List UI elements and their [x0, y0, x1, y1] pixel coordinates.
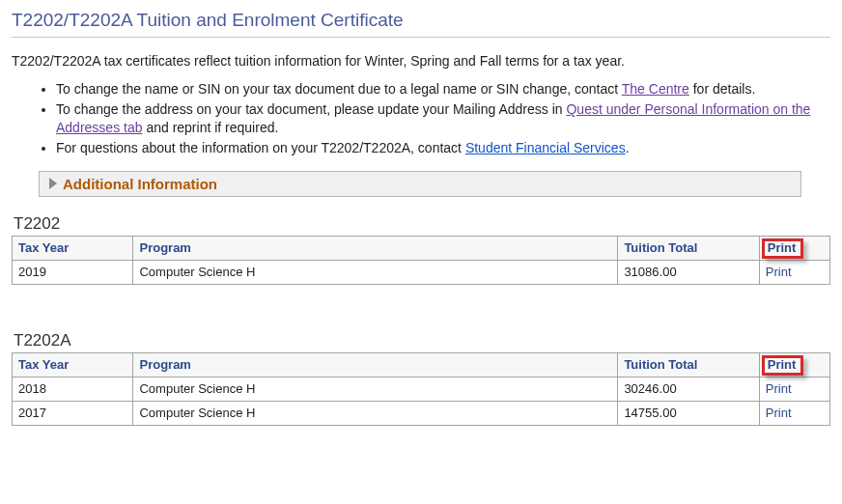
chevron-right-icon — [49, 178, 57, 189]
table-header-row: Tax Year Program Tuition Total Print — [13, 236, 830, 260]
additional-information-accordion[interactable]: Additional Information — [39, 171, 801, 197]
col-header-tuition-total: Tuition Total — [618, 352, 759, 377]
print-header-text: Print — [768, 240, 797, 255]
text-run: To change the address on your tax docume… — [56, 101, 566, 117]
text-run: For questions about the information on y… — [56, 140, 465, 155]
student-financial-services-link[interactable]: Student Financial Services — [465, 140, 626, 155]
cell-program: Computer Science H — [133, 377, 618, 401]
text-run: . — [626, 140, 630, 155]
page-title: T2202/T2202A Tuition and Enrolment Certi… — [12, 10, 830, 31]
col-header-tax-year: Tax Year — [13, 236, 133, 260]
cell-print: Print — [759, 377, 829, 401]
col-header-program: Program — [133, 352, 618, 377]
table-row: 2017 Computer Science H 14755.00 Print — [13, 401, 830, 425]
list-item: To change the address on your tax docume… — [56, 100, 830, 137]
col-header-print: Print — [759, 236, 829, 260]
col-header-tax-year: Tax Year — [13, 352, 133, 377]
cell-tuition-total: 14755.00 — [618, 401, 759, 425]
text-run: and reprint if required. — [143, 120, 279, 135]
cell-print: Print — [759, 260, 829, 284]
print-link[interactable]: Print — [766, 265, 792, 279]
cell-tax-year: 2018 — [13, 377, 133, 401]
t2202-section-label: T2202 — [14, 214, 830, 234]
cell-tuition-total: 31086.00 — [618, 260, 759, 284]
table-row: 2019 Computer Science H 31086.00 Print — [13, 260, 830, 284]
the-centre-link[interactable]: The Centre — [622, 81, 689, 97]
cell-print: Print — [759, 401, 829, 425]
list-item: For questions about the information on y… — [56, 139, 830, 157]
cell-program: Computer Science H — [133, 401, 618, 425]
t2202a-table: Tax Year Program Tuition Total Print 201… — [12, 352, 830, 426]
accordion-title: Additional Information — [63, 176, 217, 192]
text-run: To change the name or SIN on your tax do… — [56, 81, 622, 97]
cell-tax-year: 2019 — [13, 260, 133, 284]
text-run: for details. — [689, 81, 755, 97]
t2202a-section-label: T2202A — [14, 331, 830, 350]
cell-program: Computer Science H — [133, 260, 618, 284]
cell-tax-year: 2017 — [13, 401, 133, 425]
title-divider — [12, 37, 830, 38]
col-header-print: Print — [759, 352, 829, 377]
cell-tuition-total: 30246.00 — [618, 377, 759, 401]
print-link[interactable]: Print — [766, 406, 792, 420]
table-row: 2018 Computer Science H 30246.00 Print — [13, 377, 830, 401]
col-header-tuition-total: Tuition Total — [618, 236, 759, 260]
list-item: To change the name or SIN on your tax do… — [56, 80, 830, 98]
intro-text: T2202/T2202A tax certificates reflect tu… — [12, 53, 830, 69]
t2202-table: Tax Year Program Tuition Total Print 201… — [12, 236, 830, 285]
instruction-list: To change the name or SIN on your tax do… — [12, 80, 830, 157]
print-header-text: Print — [768, 357, 797, 372]
col-header-program: Program — [133, 236, 618, 260]
table-header-row: Tax Year Program Tuition Total Print — [13, 352, 830, 377]
print-link[interactable]: Print — [766, 381, 792, 396]
